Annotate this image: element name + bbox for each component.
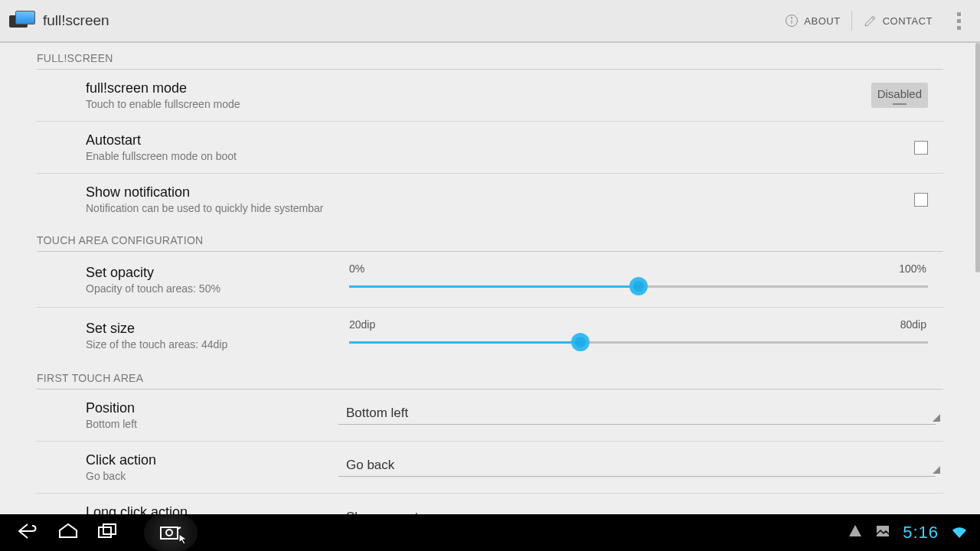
picker-value: Bottom left: [338, 406, 936, 424]
scrollbar-thumb[interactable]: [975, 43, 980, 272]
slider-min-label: 0%: [349, 262, 364, 275]
section-header-first-touch: FIRST TOUCH AREA: [37, 363, 943, 390]
svg-rect-5: [103, 524, 116, 534]
system-navbar: 5:16: [0, 514, 980, 551]
section-header-fullscreen: FULL!SCREEN: [37, 43, 943, 70]
contact-button[interactable]: CONTACT: [852, 0, 943, 42]
overflow-menu-button[interactable]: [943, 0, 974, 42]
wifi-status-icon[interactable]: [951, 523, 968, 543]
clock[interactable]: 5:16: [903, 523, 939, 543]
size-slider[interactable]: [349, 332, 928, 352]
row-subtitle: Touch to enable fullscreen mode: [86, 98, 338, 110]
home-icon: [57, 522, 80, 540]
row-position[interactable]: Position Bottom left Bottom left: [37, 390, 943, 442]
svg-point-2: [792, 18, 792, 18]
row-title: Show notification: [86, 184, 415, 201]
row-subtitle: Go back: [86, 470, 338, 482]
row-title: Click action: [86, 452, 338, 468]
click-action-picker[interactable]: Go back: [338, 458, 943, 477]
contact-label: CONTACT: [883, 15, 933, 27]
row-fullscreen-mode[interactable]: full!screen mode Touch to enable fullscr…: [37, 70, 943, 122]
row-title: full!screen mode: [86, 80, 338, 96]
row-set-size[interactable]: Set size Size of the touch areas: 44dip …: [37, 308, 943, 363]
dropdown-icon: [933, 466, 940, 474]
row-title: Autostart: [86, 132, 338, 148]
cursor-icon: [178, 533, 190, 548]
slider-min-label: 20dip: [349, 318, 375, 331]
about-button[interactable]: ABOUT: [773, 0, 851, 42]
screenshot-button[interactable]: [144, 514, 198, 551]
recents-button[interactable]: [96, 522, 119, 543]
slider-max-label: 100%: [899, 262, 926, 275]
home-button[interactable]: [57, 522, 80, 543]
row-autostart[interactable]: Autostart Enable fullscreen mode on boot: [37, 122, 943, 174]
autostart-checkbox[interactable]: [914, 141, 928, 155]
recents-icon: [96, 522, 119, 540]
row-long-click-action[interactable]: Long click action Show recent apps Show …: [37, 494, 943, 514]
about-label: ABOUT: [804, 15, 840, 27]
back-icon: [17, 522, 40, 540]
pencil-icon: [863, 13, 878, 28]
row-subtitle: Opacity of touch areas: 50%: [86, 282, 338, 295]
app-title: full!screen: [43, 12, 773, 29]
row-set-opacity[interactable]: Set opacity Opacity of touch areas: 50% …: [37, 252, 943, 308]
disabled-badge[interactable]: Disabled: [871, 83, 928, 108]
notification-checkbox[interactable]: [914, 193, 928, 207]
back-button[interactable]: [17, 522, 40, 543]
row-title: Set opacity: [86, 265, 338, 281]
row-click-action[interactable]: Click action Go back Go back: [37, 442, 943, 494]
svg-rect-8: [877, 526, 889, 536]
warning-status-icon[interactable]: [848, 523, 863, 542]
row-title: Position: [86, 400, 338, 416]
image-status-icon[interactable]: [875, 523, 890, 542]
info-icon: [784, 13, 799, 28]
row-subtitle: Size of the touch areas: 44dip: [86, 338, 338, 350]
opacity-slider[interactable]: [349, 276, 928, 296]
svg-rect-4: [99, 527, 111, 537]
action-bar: full!screen ABOUT CONTACT: [0, 0, 980, 43]
row-title: Long click action: [86, 504, 338, 514]
section-header-touch-config: TOUCH AREA CONFIGURATION: [37, 225, 943, 252]
row-subtitle: Notification can be used to quickly hide…: [86, 202, 415, 214]
dropdown-icon: [933, 414, 940, 422]
row-subtitle: Enable fullscreen mode on boot: [86, 150, 338, 162]
row-subtitle: Bottom left: [86, 418, 338, 430]
app-icon: [9, 11, 37, 31]
picker-value: Go back: [338, 458, 936, 476]
position-picker[interactable]: Bottom left: [338, 406, 943, 425]
slider-max-label: 80dip: [900, 318, 926, 331]
row-title: Set size: [86, 321, 338, 337]
svg-point-7: [166, 530, 172, 536]
row-show-notification[interactable]: Show notification Notification can be us…: [37, 174, 943, 225]
svg-line-3: [871, 18, 874, 19]
settings-list: FULL!SCREEN full!screen mode Touch to en…: [0, 43, 980, 514]
